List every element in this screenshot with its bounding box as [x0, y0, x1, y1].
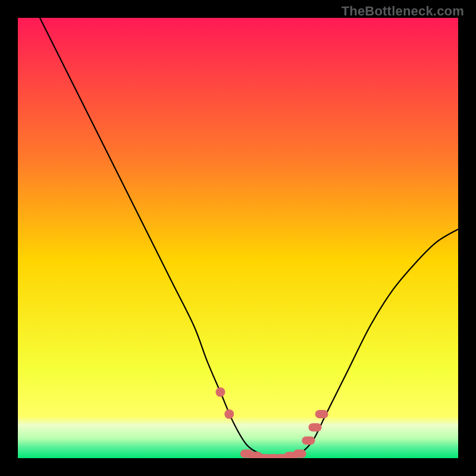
curve-marker: [224, 409, 234, 419]
curve-marker: [302, 436, 315, 444]
chart-plot-area: [18, 18, 458, 458]
watermark-text: TheBottleneck.com: [342, 4, 464, 19]
curve-marker: [293, 450, 306, 458]
curve-marker: [315, 410, 328, 418]
svg-rect-0: [18, 18, 458, 458]
curve-marker: [215, 387, 225, 397]
chart-svg: [18, 18, 458, 458]
curve-marker: [309, 423, 322, 431]
chart-frame: TheBottleneck.com: [0, 0, 476, 476]
